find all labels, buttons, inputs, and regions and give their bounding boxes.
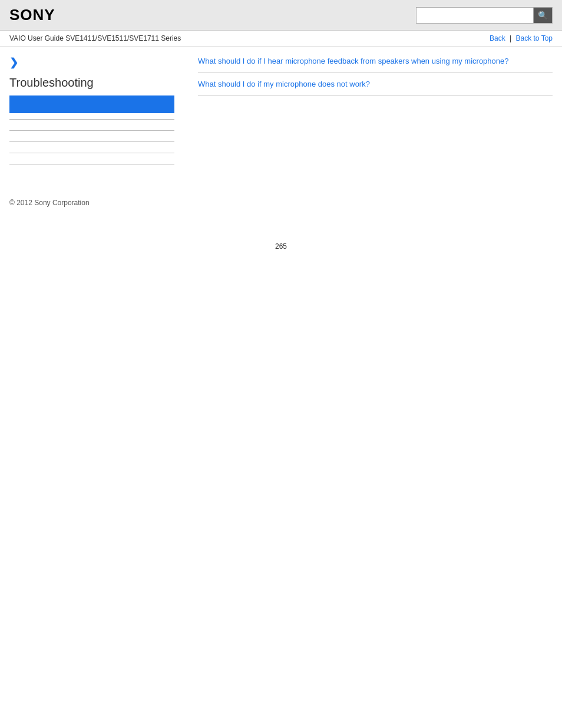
sidebar-placeholder-lines <box>9 119 174 164</box>
content-area: What should I do if I hear microphone fe… <box>186 56 553 175</box>
search-input[interactable] <box>416 7 534 24</box>
nav-bar: VAIO User Guide SVE1411/SVE1511/SVE1711 … <box>0 31 562 47</box>
content-divider-1 <box>198 73 553 73</box>
sidebar-divider-2 <box>9 130 174 131</box>
sidebar-line-group-2 <box>9 130 174 131</box>
footer: © 2012 Sony Corporation <box>0 187 562 219</box>
sidebar-divider-5 <box>9 164 174 164</box>
sidebar-divider-1 <box>9 119 174 120</box>
page-number: 265 <box>0 242 562 262</box>
back-link[interactable]: Back <box>490 34 505 42</box>
sony-logo: SONY <box>9 6 55 24</box>
sidebar: ❯ Troubleshooting <box>9 56 186 175</box>
content-link-1[interactable]: What should I do if I hear microphone fe… <box>198 56 553 67</box>
sidebar-title: Troubleshooting <box>9 76 174 90</box>
copyright-text: © 2012 Sony Corporation <box>9 199 90 207</box>
content-link-2[interactable]: What should I do if my microphone does n… <box>198 79 553 90</box>
chevron-icon: ❯ <box>9 56 174 69</box>
search-icon: 🔍 <box>538 11 548 20</box>
nav-title: VAIO User Guide SVE1411/SVE1511/SVE1711 … <box>9 34 181 42</box>
content-divider-2 <box>198 95 553 96</box>
sidebar-line-group-3 <box>9 141 174 142</box>
back-to-top-link[interactable]: Back to Top <box>516 34 553 42</box>
sidebar-divider-4 <box>9 153 174 153</box>
main-content: ❯ Troubleshooting What should I do if I … <box>0 47 562 175</box>
sidebar-divider-3 <box>9 141 174 142</box>
sidebar-active-item[interactable] <box>9 95 174 113</box>
nav-links: Back | Back to Top <box>490 34 553 42</box>
sidebar-line-group-1 <box>9 119 174 120</box>
sidebar-line-group-4 <box>9 153 174 153</box>
nav-separator: | <box>510 34 511 42</box>
sidebar-line-group-5 <box>9 164 174 164</box>
header: SONY 🔍 <box>0 0 562 31</box>
search-button[interactable]: 🔍 <box>534 7 553 24</box>
search-area: 🔍 <box>416 7 553 24</box>
